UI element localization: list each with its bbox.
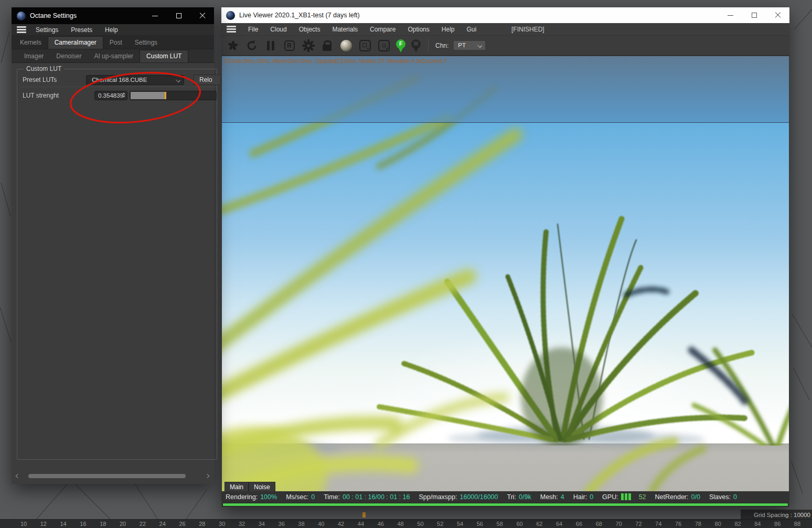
minimize-button[interactable] (719, 7, 742, 23)
maximize-button[interactable] (167, 7, 190, 24)
ruler-number: 26 (179, 521, 185, 527)
scrollbar-thumb[interactable] (28, 474, 186, 478)
status-gpu: GPU:52 (602, 493, 646, 501)
tab-kernels[interactable]: Kernels (14, 37, 48, 49)
channel-value: PT (458, 42, 466, 48)
app-logo-icon (226, 11, 235, 20)
status-time: Time:00 : 01 : 16/00 : 01 : 16 (324, 493, 410, 501)
hamburger-menu-icon[interactable] (227, 26, 236, 33)
timeline-frame-marker[interactable] (362, 512, 366, 518)
menu-item-help[interactable]: Help (442, 26, 455, 33)
status-mesh: Mesh:4 (540, 493, 564, 501)
tab-imager[interactable]: Imager (18, 50, 50, 62)
status-rendering: Rendering:100% (226, 493, 277, 501)
row-separator (20, 87, 217, 87)
menu-item-presets[interactable]: Presets (71, 26, 92, 34)
status-label: Rendering: (226, 493, 258, 501)
render-passes-icon[interactable] (339, 38, 353, 52)
octane-titlebar[interactable]: Octane Settings (12, 7, 214, 24)
viewport-tab-main[interactable]: Main (225, 482, 249, 491)
lut-strength-value: 0.354839 (98, 92, 123, 99)
pick-region-icon[interactable] (358, 38, 372, 52)
status-label: Time: (324, 493, 340, 501)
menu-item-file[interactable]: File (248, 26, 258, 33)
maximize-button[interactable] (742, 7, 766, 23)
menu-item-gui[interactable]: Gui (466, 26, 476, 33)
lut-strength-slider[interactable] (130, 91, 217, 100)
pause-icon[interactable] (263, 38, 277, 52)
hamburger-menu-icon[interactable] (17, 26, 26, 33)
status-value: 0 (590, 493, 593, 501)
menu-item-settings[interactable]: Settings (36, 26, 58, 34)
reload-button[interactable]: Relo (194, 75, 220, 85)
menu-item-compare[interactable]: Compare (370, 26, 396, 33)
film-region-icon[interactable] (377, 38, 391, 52)
close-button[interactable] (190, 7, 214, 24)
tab-cameraimager[interactable]: CameraImager (48, 36, 103, 49)
live-viewer-toolbar: R F M Chn: PT (221, 36, 789, 56)
ruler-number: 68 (596, 521, 602, 527)
settings-gear-icon[interactable] (301, 38, 315, 52)
channel-dropdown[interactable]: PT (453, 40, 486, 50)
live-viewer-titlebar[interactable]: Live Viewer 2020.1_XB1-test (7 days left… (221, 7, 789, 23)
status-label: Slaves: (709, 493, 731, 501)
close-button[interactable] (766, 7, 789, 23)
timeline-ruler[interactable]: 1012141618202224262830323436384042444648… (0, 519, 812, 528)
refresh-icon[interactable] (244, 38, 259, 52)
status-label: Ms/sec: (286, 493, 308, 501)
material-pin-letter: M (411, 39, 421, 49)
custom-lut-groupbox: Custom LUT Preset LUTs Chemical 168.CUBE… (17, 69, 217, 460)
status-value: 4 (561, 493, 564, 501)
ruler-number: 50 (417, 521, 423, 527)
render-statusbar: Rendering:100%Ms/sec:0Time:00 : 01 : 16/… (221, 491, 789, 502)
scroll-left-icon[interactable] (14, 472, 21, 480)
close-icon (199, 13, 206, 19)
horizontal-scrollbar[interactable] (14, 472, 212, 480)
ruler-number: 74 (655, 521, 661, 527)
preset-lut-dropdown[interactable]: Chemical 168.CUBE (86, 75, 184, 85)
scroll-right-icon[interactable] (205, 472, 212, 480)
status-label: Mesh: (540, 493, 558, 501)
lock-icon[interactable] (320, 38, 334, 52)
close-icon (775, 12, 781, 18)
ruler-number: 46 (378, 521, 384, 527)
desktop: { "colors": { "annotation_red": "#e01408… (0, 0, 812, 528)
status-label: NetRender: (655, 493, 689, 501)
live-viewer-menubar: FileCloudObjectsMaterialsCompareOptionsH… (221, 23, 789, 36)
scrollbar-track[interactable] (23, 474, 202, 478)
viewport-tab-noise[interactable]: Noise (249, 482, 275, 491)
material-picker-icon[interactable]: M (411, 39, 421, 52)
render-viewport[interactable]: Check:0ms./2ms. MeshGen:0ms. Update[C]:0… (222, 56, 789, 491)
menu-item-objects[interactable]: Objects (299, 26, 320, 33)
toolbar-separator (428, 39, 429, 52)
status-label: Hair: (573, 493, 587, 501)
reset-icon[interactable]: R (282, 38, 296, 52)
tab-custom-lut[interactable]: Custom LUT (140, 50, 188, 62)
status-value: 0/9k (519, 493, 531, 501)
focus-picker-icon[interactable]: F (396, 39, 406, 52)
menu-item-options[interactable]: Options (408, 26, 429, 33)
minimize-button[interactable] (143, 7, 167, 24)
menu-item-cloud[interactable]: Cloud (270, 26, 286, 33)
tab-settings[interactable]: Settings (129, 37, 164, 49)
status-value: 00 : 01 : 16/00 : 01 : 16 (343, 493, 410, 501)
lut-strength-spinbox[interactable]: 0.354839 (94, 91, 127, 100)
menu-item-materials[interactable]: Materials (332, 26, 358, 33)
ruler-number: 32 (239, 521, 245, 527)
minimize-icon (728, 15, 733, 16)
window-title: Octane Settings (30, 12, 143, 19)
tab-ai-up-sampler[interactable]: AI up-sampler (88, 50, 140, 62)
ruler-number: 62 (536, 521, 542, 527)
ruler-number: 64 (556, 521, 562, 527)
tab-denoiser[interactable]: Denoiser (50, 50, 88, 62)
octane-logo-icon[interactable] (226, 38, 240, 52)
ruler-number: 78 (695, 521, 701, 527)
status-value: 0 (733, 493, 737, 501)
menu-item-help[interactable]: Help (105, 26, 118, 34)
slider-handle[interactable] (165, 92, 166, 99)
ruler-number: 76 (675, 521, 681, 527)
tab-post[interactable]: Post (103, 37, 129, 49)
ruler-number: 30 (219, 521, 225, 527)
maximize-icon (176, 13, 181, 18)
spinner-arrows-icon[interactable] (122, 92, 125, 98)
